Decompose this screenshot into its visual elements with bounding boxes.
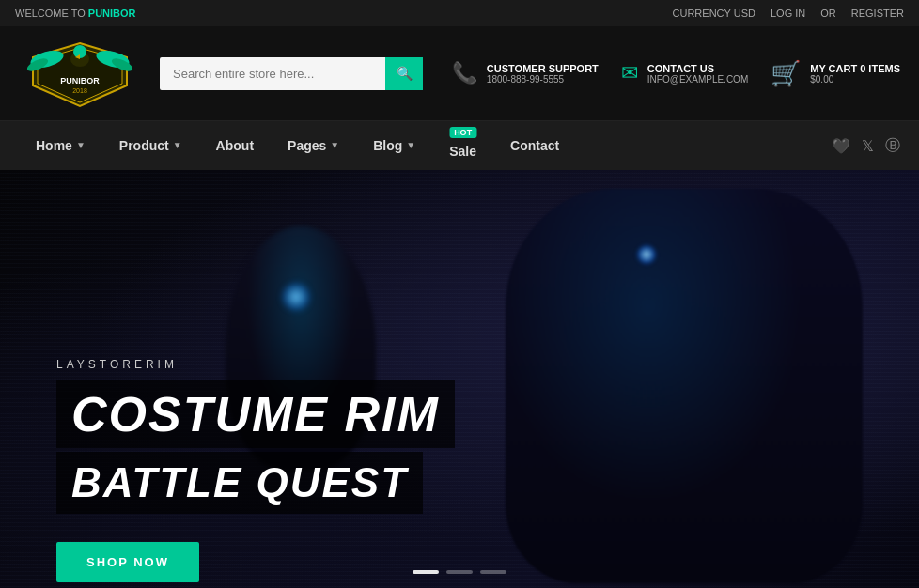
slide-dot-2[interactable]: [446, 570, 473, 574]
hero-section: LAYSTORERIM COSTUME RIM BATTLE QUEST SHO…: [0, 170, 919, 588]
hero-content: LAYSTORERIM COSTUME RIM BATTLE QUEST SHO…: [56, 358, 455, 582]
shop-now-button[interactable]: SHOP NOW: [56, 542, 199, 582]
hero-glow-1: [282, 283, 310, 311]
nav-item-blog: Blog ▼: [356, 121, 432, 170]
search-button[interactable]: 🔍: [385, 57, 423, 90]
or-separator: OR: [820, 8, 836, 19]
login-link[interactable]: LOG IN: [771, 8, 805, 19]
brand-name: PUNIBOR: [88, 8, 136, 19]
nav-label-blog: Blog: [373, 121, 402, 170]
twitter-icon[interactable]: 𝕏: [862, 137, 874, 155]
hero-glow-2: [637, 245, 656, 264]
contact-us: ✉ CONTACT US INFO@EXAMPLE.COM: [621, 61, 748, 85]
hero-title-box-2: BATTLE QUEST: [56, 452, 423, 514]
site-header: PUNIBOR 2018 🔍 📞 CUSTOMER SUPPORT 1800-8…: [0, 26, 919, 121]
nav-label-product: Product: [119, 121, 169, 170]
logo[interactable]: PUNIBOR 2018: [19, 36, 141, 111]
hero-subtitle: LAYSTORERIM: [56, 358, 455, 371]
nav-link-contact[interactable]: Contact: [493, 121, 576, 170]
nav-label-home: Home: [36, 121, 72, 170]
customer-support: 📞 CUSTOMER SUPPORT 1800-888-99-5555: [452, 61, 599, 85]
social-links: 🖤 𝕏 Ⓑ: [832, 136, 900, 156]
cart-label: MY CART 0 ITEMS: [810, 63, 900, 74]
search-input[interactable]: [160, 57, 423, 90]
welcome-text: WELCOME TO: [15, 8, 86, 19]
logo-svg: PUNIBOR 2018: [23, 39, 136, 109]
nav-link-pages[interactable]: Pages ▼: [271, 121, 356, 170]
chevron-down-icon-pages: ▼: [330, 121, 339, 170]
register-link[interactable]: REGISTER: [851, 8, 904, 19]
nav-item-product: Product ▼: [102, 121, 199, 170]
cart[interactable]: 🛒 MY CART 0 ITEMS $0.00: [771, 59, 900, 88]
support-phone: 1800-888-99-5555: [487, 74, 599, 85]
support-label: CUSTOMER SUPPORT: [487, 63, 599, 74]
hero-title-box-1: COSTUME RIM: [56, 380, 455, 448]
hero-figure-right: [506, 189, 863, 583]
cart-icon: 🛒: [771, 59, 801, 88]
nav-label-pages: Pages: [288, 121, 326, 170]
phone-icon: 📞: [452, 61, 477, 85]
pinterest-icon[interactable]: Ⓑ: [885, 136, 900, 156]
nav-item-contact: Contact: [493, 121, 576, 170]
top-bar: WELCOME TO PUNIBOR CURRENCY USD LOG IN O…: [0, 0, 919, 26]
top-bar-right: CURRENCY USD LOG IN OR REGISTER: [673, 8, 904, 19]
nav-links: Home ▼ Product ▼ About Pages ▼ Blog ▼: [19, 121, 576, 170]
nav-link-home[interactable]: Home ▼: [19, 121, 102, 170]
svg-text:2018: 2018: [72, 87, 87, 94]
chevron-down-icon-blog: ▼: [406, 121, 415, 170]
contact-label: CONTACT US: [647, 63, 748, 74]
contact-email: INFO@EXAMPLE.COM: [647, 74, 748, 85]
nav-label-contact: Contact: [510, 121, 559, 170]
currency-label: CURRENCY USD: [673, 8, 755, 19]
header-info: 📞 CUSTOMER SUPPORT 1800-888-99-5555 ✉ CO…: [452, 59, 900, 88]
nav-item-home: Home ▼: [19, 121, 102, 170]
nav-bar: Home ▼ Product ▼ About Pages ▼ Blog ▼: [0, 121, 919, 170]
svg-text:PUNIBOR: PUNIBOR: [60, 76, 100, 85]
nav-link-about[interactable]: About: [199, 121, 271, 170]
nav-item-about: About: [199, 121, 271, 170]
facebook-icon[interactable]: 🖤: [832, 137, 850, 155]
search-icon: 🔍: [397, 66, 413, 81]
hot-badge: HOT: [449, 127, 476, 138]
nav-link-product[interactable]: Product ▼: [102, 121, 199, 170]
top-bar-welcome: WELCOME TO PUNIBOR: [15, 8, 136, 19]
slider-dots: [413, 570, 506, 574]
cart-price: $0.00: [810, 74, 900, 85]
search-form: 🔍: [160, 57, 423, 90]
email-icon: ✉: [621, 61, 638, 85]
nav-item-sale: HOT Sale: [432, 121, 493, 170]
nav-label-about: About: [216, 121, 254, 170]
nav-item-pages: Pages ▼: [271, 121, 356, 170]
nav-link-blog[interactable]: Blog ▼: [356, 121, 432, 170]
hero-title-1: COSTUME RIM: [71, 390, 440, 439]
slide-dot-1[interactable]: [413, 570, 439, 574]
slide-dot-3[interactable]: [480, 570, 506, 574]
chevron-down-icon-product: ▼: [173, 121, 182, 170]
chevron-down-icon-home: ▼: [76, 121, 86, 170]
hero-title-2: BATTLE QUEST: [71, 459, 408, 506]
